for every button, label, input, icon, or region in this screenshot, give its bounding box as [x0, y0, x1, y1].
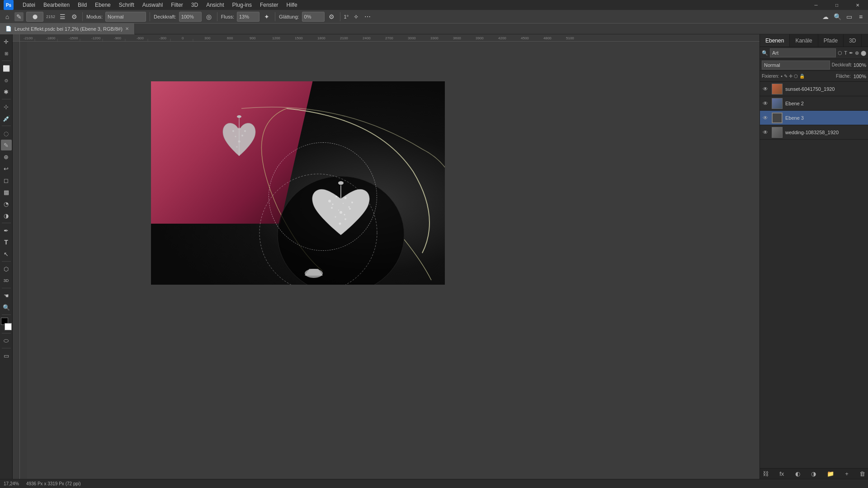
layer-blend-mode[interactable]: Normal [762, 61, 830, 70]
history-brush-tool[interactable]: ↩ [1, 163, 12, 174]
fill-value[interactable]: 100% [854, 74, 866, 79]
move-tool[interactable]: ✛ [1, 36, 12, 47]
view-mode-icon[interactable]: ▭ [844, 12, 854, 21]
brush-tool-icon[interactable]: ✎ [14, 12, 24, 21]
blur-tool[interactable]: ◔ [1, 198, 12, 209]
opacity-value[interactable]: 100% [854, 62, 866, 68]
menu-auswahl[interactable]: Auswahl [139, 1, 166, 9]
quick-mask-tool[interactable]: ⬭ [1, 335, 12, 346]
filter-vector-icon[interactable]: ✒ [849, 50, 853, 56]
layer-item-wedding[interactable]: 👁 wedding-1083258_1920 [760, 125, 868, 140]
extra-panel-icon[interactable]: ≡ [856, 12, 865, 21]
document-tab[interactable]: 📄 Leucht Effekt.psdc bei 17,2% (Ebene 3,… [0, 23, 135, 34]
filter-smart-icon[interactable]: ⊕ [855, 50, 859, 56]
stylus-pressure-icon[interactable]: ✦ [262, 12, 271, 21]
3d-tool[interactable]: 3D [1, 275, 12, 286]
svg-text:1200: 1200 [272, 36, 280, 40]
clone-stamp-tool[interactable]: ⊕ [1, 151, 12, 162]
airbrush-icon[interactable]: ◎ [204, 12, 213, 21]
menu-hilfe[interactable]: Hilfe [283, 1, 301, 9]
lock-transparent-icon[interactable]: ▪ [781, 74, 783, 79]
quick-select-tool[interactable]: ✱ [1, 86, 12, 97]
menu-bild[interactable]: Bild [74, 1, 90, 9]
new-layer-icon[interactable]: + [845, 470, 849, 477]
add-group-icon[interactable]: 📁 [827, 470, 834, 477]
lock-position-icon[interactable]: ✛ [789, 74, 793, 79]
layer-visibility-wedding[interactable]: 👁 [762, 129, 769, 136]
tab-pfade[interactable]: Pfade [818, 34, 844, 47]
svg-text:4800: 4800 [543, 36, 552, 40]
svg-text:-300: -300 [159, 36, 167, 40]
home-icon[interactable]: ⌂ [3, 12, 12, 21]
menu-datei[interactable]: Datei [19, 1, 39, 9]
menu-3d[interactable]: 3D [188, 1, 202, 9]
type-tool[interactable]: T [1, 237, 12, 248]
eraser-tool[interactable]: ◻ [1, 175, 12, 186]
art-select[interactable]: Art [770, 48, 836, 57]
menu-fenster[interactable]: Fenster [256, 1, 282, 9]
canvas-scroll[interactable] [20, 42, 760, 479]
smoothing-input[interactable]: 0% [302, 12, 325, 22]
link-layers-icon[interactable]: ⛓ [763, 470, 769, 477]
layer-item-sunset[interactable]: 👁 sunset-6041750_1920 [760, 82, 868, 96]
crop-tool[interactable]: ⊹ [1, 101, 12, 112]
add-adjustment-icon[interactable]: ◑ [811, 470, 816, 477]
eyedropper-tool[interactable]: 💉 [1, 113, 12, 124]
screen-mode-tool[interactable]: ▭ [1, 350, 12, 361]
smoothing-settings-icon[interactable]: ⚙ [327, 12, 336, 21]
tab-ebenen[interactable]: Ebenen [760, 34, 790, 47]
menu-plugins[interactable]: Plug-ins [229, 1, 255, 9]
dodge-tool[interactable]: ◑ [1, 210, 12, 221]
color-swatch[interactable] [1, 318, 12, 330]
search-icon[interactable]: 🔍 [833, 12, 842, 21]
opacity-input[interactable]: 100% [179, 12, 202, 22]
menu-filter[interactable]: Filter [167, 1, 187, 9]
brush-size-display[interactable]: ⬤ [26, 12, 43, 22]
pen-tool[interactable]: ✒ [1, 225, 12, 236]
layer-visibility-ebene3[interactable]: 👁 [762, 115, 769, 121]
ruler-v-svg: -1000 -500 0 500 1000 1500 2000 2500 300… [13, 42, 20, 479]
add-style-icon[interactable]: fx [779, 470, 784, 477]
symmetry-icon[interactable]: ⟡ [351, 12, 360, 21]
brush-settings-icon[interactable]: ⚙ [70, 12, 79, 21]
zoom-tool[interactable]: 🔍 [1, 302, 12, 313]
flow-input[interactable]: 13% [237, 12, 259, 22]
filter-toggle[interactable]: ⬤ [861, 50, 866, 56]
lock-all-icon[interactable]: 🔒 [799, 74, 805, 79]
delete-layer-icon[interactable]: 🗑 [859, 470, 865, 477]
maximize-button[interactable]: □ [826, 0, 847, 10]
layer-visibility-ebene2[interactable]: 👁 [762, 100, 769, 107]
menu-schrift[interactable]: Schrift [115, 1, 138, 9]
shape-tool[interactable]: ⬡ [1, 263, 12, 274]
cloud-icon[interactable]: ☁ [821, 12, 830, 21]
layer-visibility-sunset[interactable]: 👁 [762, 86, 769, 92]
extra-settings-icon[interactable]: ⋯ [363, 12, 372, 21]
menu-ebene[interactable]: Ebene [91, 1, 114, 9]
layer-item-ebene3[interactable]: 👁 Ebene 3 [760, 111, 868, 125]
hand-tool[interactable]: ☚ [1, 290, 12, 301]
artboard-tool[interactable]: ⊞ [1, 48, 12, 59]
close-button[interactable]: ✕ [847, 0, 868, 10]
brush-picker-icon[interactable]: ☰ [58, 12, 67, 21]
close-tab-icon[interactable]: ✕ [125, 26, 129, 31]
tab-3d[interactable]: 3D [844, 34, 862, 47]
filter-text-icon[interactable]: T [844, 50, 847, 56]
lock-brush-icon[interactable]: ✎ [784, 74, 788, 79]
blend-mode-select[interactable]: Normal [105, 12, 146, 22]
lock-artboard-icon[interactable]: ⬡ [794, 74, 798, 79]
heal-tool[interactable]: ◌ [1, 128, 12, 139]
rectangular-select-tool[interactable]: ⬜ [1, 63, 12, 74]
add-mask-icon[interactable]: ◐ [795, 470, 800, 477]
layer-item-ebene2[interactable]: 👁 Ebene 2 [760, 96, 868, 111]
svg-text:-2100: -2100 [24, 36, 33, 40]
minimize-button[interactable]: ─ [806, 0, 826, 10]
menu-bearbeiten[interactable]: Bearbeiten [40, 1, 73, 9]
brush-tool[interactable]: ✎ [1, 140, 12, 150]
tool-separator-7 [2, 314, 11, 315]
menu-ansicht[interactable]: Ansicht [203, 1, 227, 9]
gradient-tool[interactable]: ▩ [1, 187, 12, 197]
tab-kanale[interactable]: Kanäle [790, 34, 818, 47]
filter-pixel-icon[interactable]: ⬡ [838, 50, 842, 56]
path-select-tool[interactable]: ↖ [1, 249, 12, 259]
lasso-tool[interactable]: ⌾ [1, 75, 12, 85]
